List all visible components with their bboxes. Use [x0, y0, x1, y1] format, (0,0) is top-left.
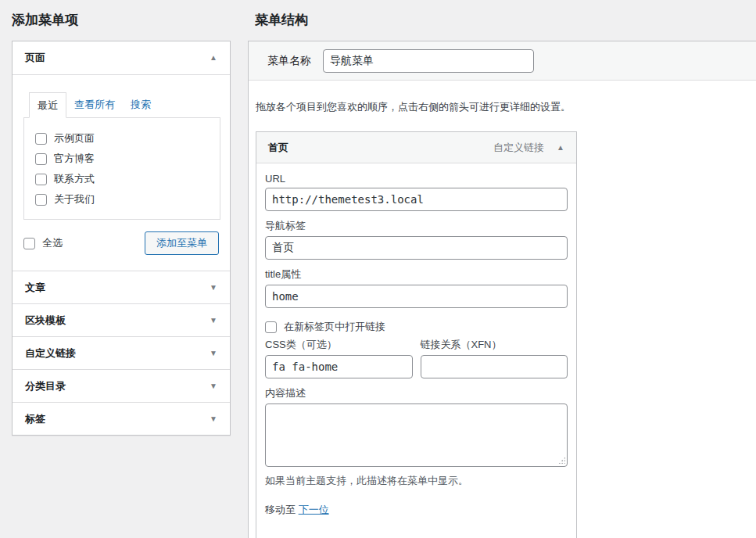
menu-body: 拖放各个项目到您喜欢的顺序，点击右侧的箭头可进行更详细的设置。 首页 自定义链接…	[249, 81, 756, 538]
accordion-posts-label: 文章	[25, 281, 45, 295]
drag-drop-instruction: 拖放各个项目到您喜欢的顺序，点击右侧的箭头可进行更详细的设置。	[256, 100, 756, 114]
select-all-label: 全选	[42, 236, 63, 250]
page-checkbox[interactable]	[35, 194, 47, 206]
move-row: 移动至 下一位	[265, 503, 568, 517]
menu-item-settings: URL 导航标签 title属性 在新标签页中打开链接 CSS类（可选）	[256, 163, 576, 538]
add-menu-items-panel: 页面 ▲ 最近 查看所有 搜索 示例页面 官方博客 联系方式	[12, 41, 231, 436]
pages-checklist: 示例页面 官方博客 联系方式 关于我们	[23, 117, 220, 220]
accordion-pages[interactable]: 页面 ▲	[13, 41, 230, 74]
accordion-pages-label: 页面	[25, 51, 45, 65]
menu-item-type-label: 自定义链接	[493, 141, 544, 155]
page-checkbox[interactable]	[35, 174, 47, 185]
pages-panel-footer: 全选 添加至菜单	[23, 231, 219, 255]
url-input[interactable]	[265, 188, 568, 211]
css-xfn-row: CSS类（可选） 链接关系（XFN）	[265, 338, 568, 378]
url-label: URL	[265, 173, 568, 185]
list-item[interactable]: 联系方式	[24, 169, 220, 189]
menu-item-title: 首页	[268, 141, 493, 155]
accordion-block-templates[interactable]: 区块模板 ▼	[13, 303, 230, 336]
menu-editor-panel: 菜单名称 拖放各个项目到您喜欢的顺序，点击右侧的箭头可进行更详细的设置。 首页 …	[248, 41, 756, 538]
open-new-tab-checkbox[interactable]	[265, 321, 277, 333]
page-item-label: 关于我们	[54, 192, 95, 206]
tab-most-recent[interactable]: 最近	[29, 92, 66, 118]
move-label: 移动至	[265, 504, 296, 515]
page-item-label: 联系方式	[54, 172, 95, 186]
chevron-up-icon[interactable]: ▲	[557, 144, 564, 152]
description-help: 如果当前主题支持，此描述将在菜单中显示。	[265, 474, 568, 488]
chevron-down-icon[interactable]: ▼	[210, 284, 217, 292]
page-checkbox[interactable]	[35, 153, 47, 165]
menu-name-row: 菜单名称	[249, 41, 756, 81]
nav-label-label: 导航标签	[265, 219, 568, 233]
menu-item-card-home: 首页 自定义链接 ▲ URL 导航标签 title属性 在新标签页中打开链接	[256, 131, 577, 538]
menu-name-label: 菜单名称	[267, 54, 311, 68]
pages-tabs: 最近 查看所有 搜索	[29, 92, 220, 118]
title-attr-input[interactable]	[265, 285, 568, 308]
menu-structure-title: 菜单结构	[255, 11, 308, 29]
menu-name-input[interactable]	[323, 49, 534, 73]
tab-view-all[interactable]: 查看所有	[66, 92, 123, 118]
description-label: 内容描述	[265, 386, 568, 400]
add-to-menu-button[interactable]: 添加至菜单	[145, 231, 219, 255]
pages-panel: 最近 查看所有 搜索 示例页面 官方博客 联系方式	[13, 74, 230, 271]
select-all-control[interactable]: 全选	[23, 236, 63, 250]
chevron-up-icon[interactable]: ▲	[210, 54, 217, 62]
accordion-categories-label: 分类目录	[25, 379, 66, 393]
accordion-custom-links[interactable]: 自定义链接 ▼	[13, 336, 230, 369]
list-item[interactable]: 官方博客	[24, 149, 220, 169]
css-class-input[interactable]	[265, 355, 413, 378]
list-item[interactable]: 示例页面	[24, 128, 220, 149]
open-new-tab-control[interactable]: 在新标签页中打开链接	[265, 320, 568, 334]
page-checkbox[interactable]	[35, 133, 47, 145]
accordion-custom-links-label: 自定义链接	[25, 346, 76, 360]
title-attr-label: title属性	[265, 267, 568, 282]
description-field	[265, 404, 568, 467]
select-all-checkbox[interactable]	[23, 238, 35, 249]
chevron-down-icon[interactable]: ▼	[210, 415, 217, 423]
nav-label-input[interactable]	[265, 236, 568, 260]
chevron-down-icon[interactable]: ▼	[210, 317, 217, 325]
move-down-link[interactable]: 下一位	[299, 504, 329, 515]
add-menu-items-title: 添加菜单项	[12, 11, 78, 29]
css-class-label: CSS类（可选）	[265, 338, 413, 352]
description-textarea[interactable]	[265, 404, 568, 467]
xfn-label: 链接关系（XFN）	[421, 338, 568, 352]
tab-search[interactable]: 搜索	[123, 92, 159, 118]
accordion-tags[interactable]: 标签 ▼	[13, 402, 230, 435]
accordion-categories[interactable]: 分类目录 ▼	[13, 369, 230, 402]
accordion-posts[interactable]: 文章 ▼	[13, 271, 230, 303]
menu-item-handle[interactable]: 首页 自定义链接 ▲	[256, 132, 576, 163]
page-item-label: 官方博客	[54, 152, 95, 166]
accordion-tags-label: 标签	[25, 412, 45, 426]
chevron-down-icon[interactable]: ▼	[210, 350, 217, 357]
open-new-tab-label: 在新标签页中打开链接	[284, 320, 385, 334]
wp-nav-menus-screen: 添加菜单项 页面 ▲ 最近 查看所有 搜索 示例页面 官方博客	[0, 0, 756, 538]
chevron-down-icon[interactable]: ▼	[210, 382, 217, 390]
page-item-label: 示例页面	[54, 131, 95, 145]
xfn-input[interactable]	[421, 355, 568, 378]
accordion-block-templates-label: 区块模板	[25, 314, 66, 328]
list-item[interactable]: 关于我们	[24, 189, 220, 210]
